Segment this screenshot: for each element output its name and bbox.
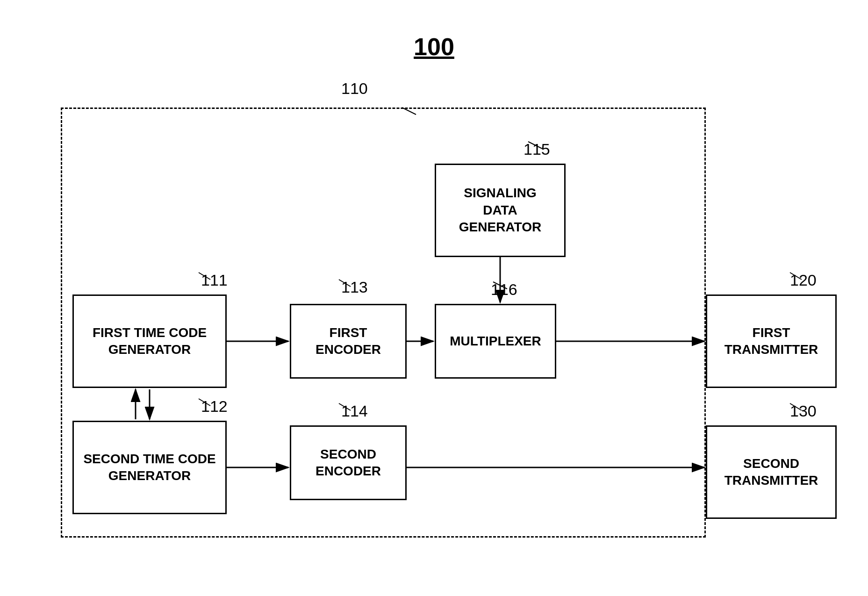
main-title: 100 <box>414 33 454 61</box>
ref-stcg: 112 <box>201 397 228 416</box>
ref-st: 130 <box>790 402 817 420</box>
signaling-data-generator: SIGNALING DATA GENERATOR <box>435 164 566 257</box>
ref-mux: 116 <box>491 280 517 299</box>
ref-fe: 113 <box>341 278 368 296</box>
ref-110: 110 <box>341 79 368 98</box>
second-time-code-generator: SECOND TIME CODE GENERATOR <box>72 421 227 514</box>
second-transmitter: SECOND TRANSMITTER <box>706 425 837 519</box>
second-encoder: SECOND ENCODER <box>290 425 407 500</box>
ref-ftcg: 111 <box>201 271 228 289</box>
first-encoder: FIRST ENCODER <box>290 304 407 379</box>
ref-sdg: 115 <box>524 140 550 158</box>
ref-ft: 120 <box>790 271 817 289</box>
multiplexer: MULTIPLEXER <box>435 304 556 379</box>
first-transmitter: FIRST TRANSMITTER <box>706 294 837 388</box>
first-time-code-generator: FIRST TIME CODE GENERATOR <box>72 294 227 388</box>
ref-se: 114 <box>341 402 368 420</box>
